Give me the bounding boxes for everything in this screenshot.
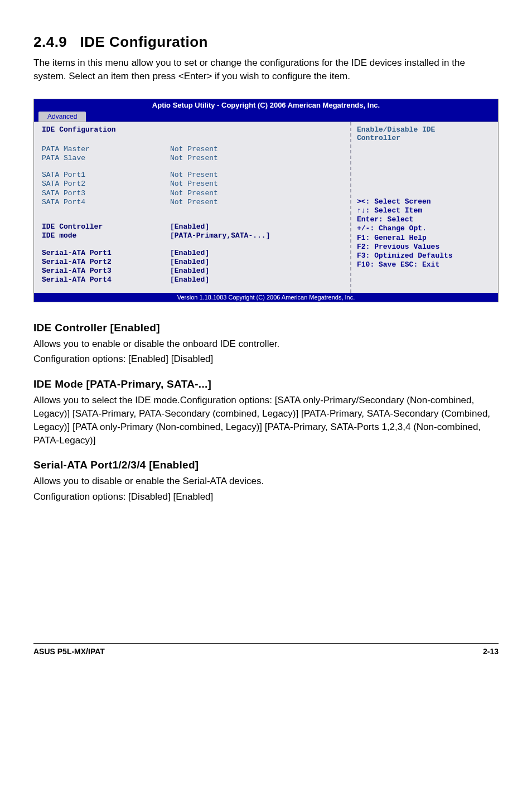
bios-tab-advanced[interactable]: Advanced (38, 112, 86, 122)
bios-item-row: SATA Port1Not Present (42, 171, 342, 180)
bios-item-value: Not Present (170, 171, 218, 180)
section-heading: 2.4.9 IDE Configuration (33, 33, 499, 51)
bios-item-label: Serial-ATA Port2 (42, 258, 170, 267)
nav-line: F1: General Help (357, 234, 453, 243)
bios-tab-row: Advanced (34, 111, 498, 122)
bios-item-row[interactable]: Serial-ATA Port3[Enabled] (42, 267, 342, 276)
bios-item-row: SATA Port3Not Present (42, 189, 342, 198)
bios-screenshot: Aptio Setup Utility - Copyright (C) 2006… (33, 99, 499, 302)
subsection-text: Configuration options: [Enabled] [Disabl… (33, 352, 499, 366)
subsection-text: Allows you to disable or enable the Seri… (33, 475, 499, 488)
subsection-heading: Serial-ATA Port1/2/3/4 [Enabled] (33, 459, 499, 471)
intro-paragraph: The items in this menu allow you to set … (33, 56, 499, 83)
subsection-text: Configuration options: [Disabled] [Enabl… (33, 490, 499, 504)
bios-item-label: IDE mode (42, 231, 170, 240)
nav-line: F3: Optimized Defaults (357, 252, 453, 260)
bios-item-value: Not Present (170, 154, 218, 163)
nav-line: Enter: Select (357, 215, 453, 224)
bios-body: IDE Configuration PATA MasterNot Present… (34, 122, 498, 293)
page-footer: ASUS P5L-MX/IPAT 2-13 (33, 643, 499, 656)
bios-help-text: Enable/Disable IDE Controller (357, 125, 492, 143)
bios-item-label: Serial-ATA Port1 (42, 249, 170, 258)
bios-item-row[interactable]: Serial-ATA Port2[Enabled] (42, 258, 342, 267)
bios-item-row: SATA Port4Not Present (42, 198, 342, 207)
section-title: IDE Configuration (80, 33, 208, 50)
subsection-heading: IDE Mode [PATA-Primary, SATA-...] (33, 378, 499, 390)
bios-item-value: [Enabled] (170, 249, 209, 258)
help-line: Controller (357, 134, 492, 143)
bios-item-row: PATA MasterNot Present (42, 145, 342, 154)
subsection-text: Allows you to select the IDE mode.Config… (33, 394, 499, 447)
bios-item-label: SATA Port4 (42, 198, 170, 207)
bios-item-label: IDE Controller (42, 223, 170, 231)
bios-item-row: PATA SlaveNot Present (42, 154, 342, 163)
bios-item-value: Not Present (170, 180, 218, 189)
bios-item-value: [PATA-Primary,SATA-...] (170, 231, 270, 240)
bios-item-label: SATA Port2 (42, 180, 170, 189)
bios-item-label: PATA Slave (42, 154, 170, 163)
bios-left-pane: IDE Configuration PATA MasterNot Present… (34, 122, 350, 293)
bios-item-label: SATA Port3 (42, 189, 170, 198)
bios-title-bar: Aptio Setup Utility - Copyright (C) 2006… (34, 99, 498, 111)
nav-line: ↑↓: Select Item (357, 206, 453, 215)
footer-right: 2-13 (483, 647, 499, 656)
bios-right-pane: Enable/Disable IDE Controller ><: Select… (350, 122, 498, 293)
bios-item-value: [Enabled] (170, 258, 209, 267)
bios-item-value: [Enabled] (170, 267, 209, 276)
nav-line: F10: Save ESC: Exit (357, 260, 453, 269)
bios-item-label: PATA Master (42, 145, 170, 154)
bios-version-footer: Version 1.18.1083 Copyright (C) 2006 Ame… (34, 293, 498, 302)
footer-left: ASUS P5L-MX/IPAT (33, 647, 105, 656)
bios-item-value: Not Present (170, 198, 218, 207)
bios-item-row[interactable]: Serial-ATA Port4[Enabled] (42, 276, 342, 284)
bios-item-row[interactable]: IDE Controller[Enabled] (42, 223, 342, 231)
bios-item-row[interactable]: Serial-ATA Port1[Enabled] (42, 249, 342, 258)
bios-item-row: SATA Port2Not Present (42, 180, 342, 189)
bios-item-value: Not Present (170, 189, 218, 198)
bios-nav-help: ><: Select Screen↑↓: Select ItemEnter: S… (357, 197, 453, 270)
subsection-text: Allows you to enable or disable the onbo… (33, 337, 499, 351)
help-line: Enable/Disable IDE (357, 125, 492, 134)
bios-item-label: SATA Port1 (42, 171, 170, 180)
nav-line: +/-: Change Opt. (357, 224, 453, 233)
section-number: 2.4.9 (33, 33, 67, 50)
bios-config-heading: IDE Configuration (42, 125, 342, 134)
bios-item-label: Serial-ATA Port4 (42, 276, 170, 284)
bios-item-label: Serial-ATA Port3 (42, 267, 170, 276)
nav-line: F2: Previous Values (357, 243, 453, 252)
subsection-heading: IDE Controller [Enabled] (33, 322, 499, 334)
bios-item-value: Not Present (170, 145, 218, 154)
bios-item-value: [Enabled] (170, 276, 209, 284)
bios-item-value: [Enabled] (170, 223, 209, 231)
nav-line: ><: Select Screen (357, 197, 453, 206)
bios-item-row[interactable]: IDE mode[PATA-Primary,SATA-...] (42, 231, 342, 240)
